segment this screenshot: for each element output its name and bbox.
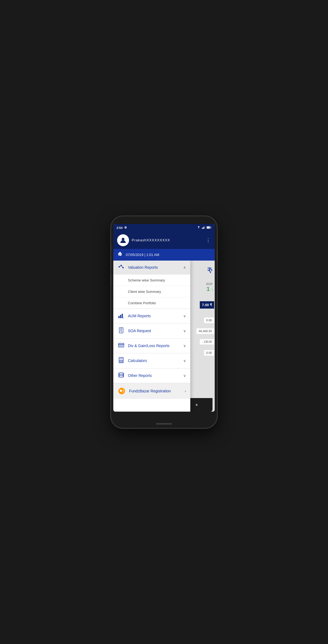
datetime-display: 07/05/2019 | 1:01 AM <box>126 253 159 257</box>
main-content: ₹ › AGR 1 ↑ 7.00 ₹ 0.00 46,400.55 - 130.… <box>113 261 215 412</box>
card-value-4: 0.00 <box>204 350 214 356</box>
soa-chevron-icon: ∨ <box>183 329 186 333</box>
nav-chevron: › <box>211 267 213 273</box>
svg-rect-21 <box>118 344 124 345</box>
soa-request-label: SOA Request <box>128 329 151 333</box>
svg-rect-17 <box>122 314 123 318</box>
client-wise-summary-item[interactable]: Client wise Summary <box>113 286 190 297</box>
svg-point-7 <box>122 238 124 241</box>
svg-point-33 <box>119 374 124 376</box>
recent-apps-button[interactable]: ■ <box>196 403 198 407</box>
aum-reports-section: AUM Reports ∨ <box>113 309 190 323</box>
side-drawer: Valuation Reports ∧ Scheme wise Summary … <box>113 261 190 412</box>
other-reports-icon <box>118 372 125 379</box>
status-bar: 2:54 ⚙ <box>113 224 215 232</box>
div-chevron-icon: ∨ <box>183 344 186 348</box>
settings-icon: ⚙ <box>124 226 127 229</box>
fundzbar-registration-item[interactable]: FundzBazar Registration › <box>113 383 190 399</box>
battery-icon <box>207 226 211 229</box>
amount-display: 7.00 ₹ <box>200 301 214 309</box>
div-gain-loss-menu-item[interactable]: Div & Gain/Loss Reports ∨ <box>113 339 190 353</box>
signal-icon <box>202 226 205 229</box>
svg-rect-3 <box>204 226 205 229</box>
aum-reports-icon <box>118 313 125 319</box>
svg-rect-23 <box>121 345 123 346</box>
calculators-section: Calculators ∨ <box>113 353 190 369</box>
card-value-2: 46,400.55 <box>197 328 214 334</box>
svg-rect-18 <box>118 318 124 318</box>
svg-rect-28 <box>122 360 123 361</box>
svg-rect-29 <box>120 361 120 362</box>
datetime-row: 07/05/2019 | 1:01 AM <box>113 249 215 261</box>
scheme-wise-summary-item[interactable]: Scheme wise Summary <box>113 274 190 286</box>
agr-value: 1 ↑ <box>207 286 213 293</box>
svg-rect-30 <box>121 361 122 362</box>
valuation-chevron-up-icon: ∧ <box>183 265 186 270</box>
other-reports-label: Other Reports <box>128 373 152 378</box>
svg-rect-6 <box>211 227 211 228</box>
clock-icon <box>117 251 123 258</box>
svg-line-13 <box>120 266 121 267</box>
aum-reports-label: AUM Reports <box>128 314 151 318</box>
aum-chevron-icon: ∨ <box>183 314 186 318</box>
svg-point-32 <box>119 373 124 374</box>
soa-request-section: SOA Request ∨ <box>113 323 190 339</box>
soa-request-menu-item[interactable]: SOA Request ∨ <box>113 323 190 338</box>
time-display: 2:54 <box>117 226 123 229</box>
valuation-reports-submenu: Scheme wise Summary Client wise Summary … <box>113 274 190 309</box>
combine-portfolio-item[interactable]: Combine Portfolio <box>113 297 190 309</box>
aum-reports-menu-item[interactable]: AUM Reports ∨ <box>113 309 190 323</box>
svg-rect-31 <box>122 361 123 362</box>
svg-point-34 <box>119 376 124 377</box>
wifi-icon <box>197 226 201 229</box>
other-reports-section: Other Reports ∨ <box>113 369 190 383</box>
svg-rect-5 <box>207 227 210 228</box>
calculators-icon <box>118 357 125 364</box>
svg-rect-15 <box>118 316 120 318</box>
fundzbar-label: FundzBazar Registration <box>129 389 171 393</box>
div-gain-loss-label: Div & Gain/Loss Reports <box>128 344 169 348</box>
calculators-label: Calculators <box>128 358 147 363</box>
calculators-chevron-icon: ∨ <box>183 358 186 363</box>
card-value-3: - 130.00 <box>200 339 214 345</box>
svg-rect-1 <box>203 227 203 229</box>
svg-rect-26 <box>120 360 120 361</box>
fundzbar-chevron-icon: › <box>185 389 186 393</box>
username-display: PrakashXXXXXXXXX <box>132 238 170 242</box>
svg-rect-27 <box>121 360 122 361</box>
agr-label: AGR <box>206 282 213 286</box>
svg-point-38 <box>120 390 122 392</box>
valuation-reports-icon <box>118 264 125 271</box>
div-gain-loss-section: Div & Gain/Loss Reports ∨ <box>113 339 190 353</box>
svg-rect-22 <box>119 345 121 346</box>
card-value-1: 0.00 <box>204 318 214 323</box>
svg-rect-2 <box>204 227 204 229</box>
svg-rect-0 <box>202 228 202 229</box>
svg-line-14 <box>122 266 123 267</box>
valuation-reports-section: Valuation Reports ∧ Scheme wise Summary … <box>113 261 190 309</box>
svg-rect-25 <box>120 358 123 359</box>
fundzbar-logo <box>118 387 126 395</box>
more-options-button[interactable]: ⋮ <box>206 237 211 243</box>
calculators-menu-item[interactable]: Calculators ∨ <box>113 353 190 368</box>
svg-rect-16 <box>120 315 121 318</box>
valuation-reports-menu-item[interactable]: Valuation Reports ∧ <box>113 261 190 274</box>
avatar <box>117 234 129 246</box>
soa-request-icon <box>118 327 125 335</box>
div-gain-loss-icon <box>118 342 125 349</box>
other-reports-menu-item[interactable]: Other Reports ∨ <box>113 369 190 383</box>
valuation-reports-label: Valuation Reports <box>128 265 158 270</box>
other-reports-chevron-icon: ∨ <box>183 373 186 378</box>
app-header: PrakashXXXXXXXXX ⋮ <box>113 232 215 249</box>
